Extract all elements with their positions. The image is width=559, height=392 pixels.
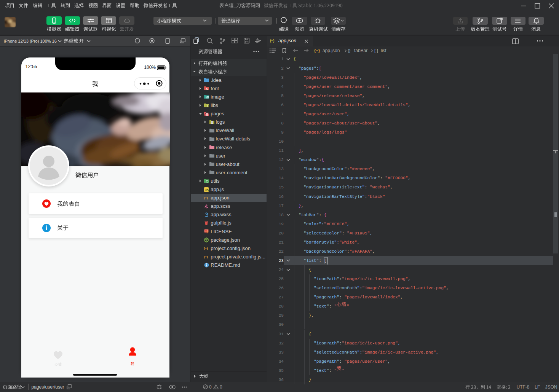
svg-text:A: A: [206, 87, 208, 90]
svg-text:{··}: {··}: [204, 255, 208, 258]
svg-text:{··}: {··}: [204, 247, 208, 250]
svg-text:{··}: {··}: [270, 39, 275, 43]
svg-text:JS: JS: [205, 188, 209, 191]
svg-text:{··}: {··}: [314, 48, 320, 53]
svg-text:{··}: {··}: [204, 196, 208, 199]
